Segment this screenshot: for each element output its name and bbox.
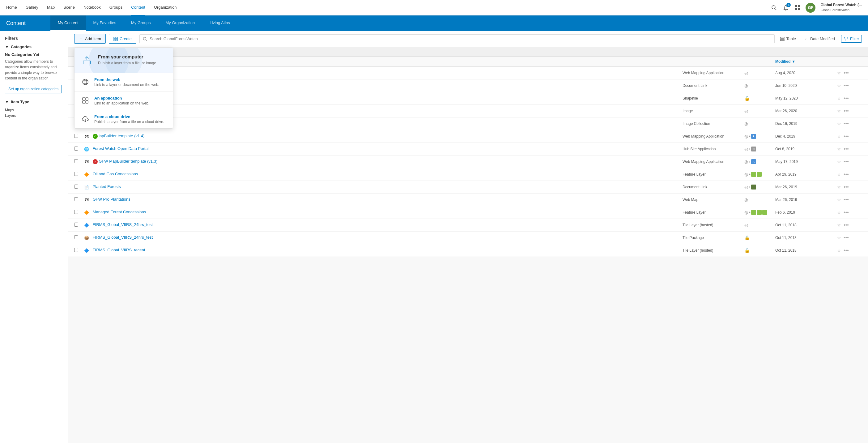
setup-categories-button[interactable]: Set up organization categories bbox=[5, 85, 62, 93]
item-link[interactable]: Planted Forests bbox=[93, 184, 121, 189]
row-checkbox[interactable] bbox=[74, 235, 84, 240]
svg-line-21 bbox=[844, 37, 845, 39]
filter-item-maps[interactable]: Maps bbox=[5, 107, 63, 113]
favorite-icon[interactable]: ☆ bbox=[837, 108, 841, 114]
tab-my-groups[interactable]: My Groups bbox=[124, 15, 158, 31]
item-link[interactable]: Managed Forest Concessions bbox=[93, 210, 146, 214]
more-options-icon[interactable]: ••• bbox=[844, 197, 849, 202]
favorite-icon[interactable]: ☆ bbox=[837, 223, 841, 227]
status-red-icon: ✕ bbox=[93, 159, 98, 164]
more-options-icon[interactable]: ••• bbox=[844, 235, 849, 241]
row-select-checkbox[interactable] bbox=[74, 223, 78, 227]
tab-my-favorites[interactable]: My Favorites bbox=[86, 15, 124, 31]
row-checkbox[interactable] bbox=[74, 223, 84, 227]
row-select-checkbox[interactable] bbox=[74, 210, 78, 214]
favorite-icon[interactable]: ☆ bbox=[837, 235, 841, 240]
row-select-checkbox[interactable] bbox=[74, 159, 78, 163]
tab-my-organization[interactable]: My Organization bbox=[158, 15, 203, 31]
row-select-checkbox[interactable] bbox=[74, 197, 78, 201]
more-options-icon[interactable]: ••• bbox=[844, 184, 849, 190]
favorite-icon[interactable]: ☆ bbox=[837, 210, 841, 215]
favorite-icon[interactable]: ☆ bbox=[837, 147, 841, 152]
item-link[interactable]: FIRMS_Global_VIIRS_recent bbox=[93, 248, 145, 252]
more-options-icon[interactable]: ••• bbox=[844, 159, 849, 164]
row-checkbox[interactable] bbox=[74, 134, 84, 139]
favorite-icon[interactable]: ☆ bbox=[837, 172, 841, 177]
add-item-button[interactable]: Add Item bbox=[74, 34, 106, 43]
row-select-checkbox[interactable] bbox=[74, 172, 78, 176]
tab-my-content[interactable]: My Content bbox=[51, 15, 86, 31]
header-modified[interactable]: Modified ▼ bbox=[775, 59, 837, 64]
item-link[interactable]: FIRMS_Global_VIIRS_24hrs_test bbox=[93, 222, 153, 227]
favorite-icon[interactable]: ☆ bbox=[837, 185, 841, 190]
favorite-icon[interactable]: ☆ bbox=[837, 197, 841, 202]
nav-notebook[interactable]: Notebook bbox=[84, 0, 101, 16]
search-icon[interactable] bbox=[771, 5, 777, 11]
nav-groups[interactable]: Groups bbox=[110, 0, 123, 16]
create-button[interactable]: Create bbox=[109, 34, 136, 43]
more-options-icon[interactable]: ••• bbox=[844, 171, 849, 177]
search-input[interactable] bbox=[150, 36, 771, 41]
item-type-header[interactable]: ▼ Item Type bbox=[5, 99, 63, 104]
row-select-checkbox[interactable] bbox=[74, 248, 78, 252]
table-view-toggle[interactable]: Table bbox=[778, 35, 799, 42]
row-select-checkbox[interactable] bbox=[74, 185, 78, 189]
more-options-icon[interactable]: ••• bbox=[844, 210, 849, 215]
favorite-icon[interactable]: ☆ bbox=[837, 83, 841, 88]
more-options-icon[interactable]: ••• bbox=[844, 146, 849, 152]
tab-living-atlas[interactable]: Living Atlas bbox=[202, 15, 238, 31]
more-options-icon[interactable]: ••• bbox=[844, 70, 849, 76]
sort-button[interactable]: Date Modified bbox=[802, 35, 837, 42]
row-checkbox[interactable] bbox=[74, 210, 84, 215]
dropdown-item-from-computer[interactable]: From your computer Publish a layer from … bbox=[74, 48, 173, 73]
nav-scene[interactable]: Scene bbox=[63, 0, 75, 16]
dropdown-item-cloud-drive[interactable]: From a cloud drive Publish a layer from … bbox=[74, 110, 173, 128]
row-select-checkbox[interactable] bbox=[74, 134, 78, 138]
categories-header[interactable]: ▼ Categories bbox=[5, 44, 63, 49]
more-options-icon[interactable]: ••• bbox=[844, 222, 849, 228]
row-actions: ☆ ••• bbox=[837, 121, 862, 126]
apps-grid-icon[interactable] bbox=[795, 5, 801, 11]
item-link[interactable]: FIRMS_Global_VIIRS_24hrs_test bbox=[93, 235, 153, 240]
row-checkbox[interactable] bbox=[74, 159, 84, 164]
more-options-icon[interactable]: ••• bbox=[844, 96, 849, 101]
row-modified: Dec 4, 2019 bbox=[775, 134, 837, 138]
favorite-icon[interactable]: ☆ bbox=[837, 70, 841, 75]
row-checkbox[interactable] bbox=[74, 185, 84, 190]
more-options-icon[interactable]: ••• bbox=[844, 121, 849, 126]
item-link[interactable]: Oil and Gas Concessions bbox=[93, 171, 138, 176]
item-link[interactable]: GFW MapBuilder template (v1.3) bbox=[99, 159, 157, 163]
item-link[interactable]: Forest Watch Open Data Portal bbox=[93, 146, 149, 151]
nav-gallery[interactable]: Gallery bbox=[26, 0, 38, 16]
row-checkbox[interactable] bbox=[74, 147, 84, 152]
row-checkbox[interactable] bbox=[74, 248, 84, 253]
search-bar[interactable] bbox=[140, 34, 775, 43]
row-actions: ☆ ••• bbox=[837, 248, 862, 253]
row-select-checkbox[interactable] bbox=[74, 235, 78, 239]
dropdown-item-from-web[interactable]: From the web Link to a layer or document… bbox=[74, 73, 173, 92]
more-options-icon[interactable]: ••• bbox=[844, 108, 849, 114]
row-checkbox[interactable] bbox=[74, 172, 84, 177]
item-link[interactable]: GFW Pro Plantations bbox=[93, 197, 130, 201]
application-desc: Link to an application on the web. bbox=[94, 101, 149, 105]
dropdown-item-application[interactable]: An application Link to an application on… bbox=[74, 92, 173, 110]
more-options-icon[interactable]: ••• bbox=[844, 248, 849, 253]
nav-map[interactable]: Map bbox=[47, 0, 55, 16]
more-options-icon[interactable]: ••• bbox=[844, 83, 849, 88]
favorite-icon[interactable]: ☆ bbox=[837, 248, 841, 253]
row-checkbox[interactable] bbox=[74, 197, 84, 202]
filter-item-layers[interactable]: Layers bbox=[5, 113, 63, 118]
nav-organization[interactable]: Organization bbox=[154, 0, 177, 16]
favorite-icon[interactable]: ☆ bbox=[837, 134, 841, 139]
nav-home[interactable]: Home bbox=[6, 0, 17, 16]
favorite-icon[interactable]: ☆ bbox=[837, 96, 841, 101]
favorite-icon[interactable]: ☆ bbox=[837, 121, 841, 126]
notification-button[interactable]: 6 bbox=[782, 4, 789, 11]
row-select-checkbox[interactable] bbox=[74, 147, 78, 151]
favorite-icon[interactable]: ☆ bbox=[837, 159, 841, 164]
more-options-icon[interactable]: ••• bbox=[844, 133, 849, 139]
filter-button[interactable]: Filter bbox=[841, 35, 862, 43]
nav-content[interactable]: Content bbox=[131, 0, 145, 16]
item-link[interactable]: lapBuilder template (v1.4) bbox=[99, 133, 144, 138]
avatar[interactable]: GF bbox=[806, 3, 815, 13]
